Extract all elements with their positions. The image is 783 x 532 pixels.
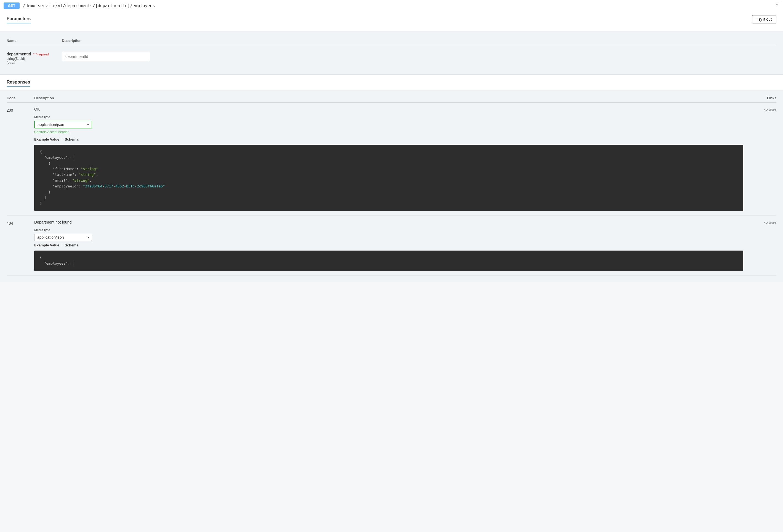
example-schema-tabs-404: Example Value | Schema	[34, 242, 743, 248]
response-desc-200: OK Media type application/json ▾ Control…	[34, 107, 743, 211]
parameters-body: Name Description departmentId * * requir…	[0, 31, 783, 75]
col-description-header: Description	[34, 96, 743, 100]
responses-body: Code Description Links 200 OK Media type…	[0, 91, 783, 282]
param-name-col: departmentId * * required string($uuid) …	[7, 52, 62, 65]
param-input-col	[62, 52, 776, 61]
schema-tab-404[interactable]: Schema	[65, 242, 79, 248]
responses-section-header: Responses	[0, 75, 783, 91]
response-row-404: 404 Department not found Media type appl…	[7, 215, 776, 276]
response-status-404: Department not found	[34, 220, 743, 224]
col-desc-header: Description	[62, 39, 776, 43]
col-code-header: Code	[7, 96, 34, 100]
media-type-select-200[interactable]: application/json ▾	[34, 121, 92, 128]
media-type-label-200: Media type	[34, 115, 743, 119]
method-badge: GET	[4, 2, 20, 9]
tab-separator-200: |	[62, 137, 62, 142]
required-label: * required	[36, 53, 49, 56]
collapse-icon[interactable]: ⌃	[775, 3, 779, 9]
department-id-input[interactable]	[62, 52, 150, 61]
media-type-label-404: Media type	[34, 228, 743, 232]
controls-accept-200: Controls Accept header.	[34, 130, 743, 134]
code-block-404: { "employees": [	[34, 251, 743, 271]
endpoint-header: GET /demo-service/v1/departments/{depart…	[0, 0, 783, 11]
col-name-header: Name	[7, 39, 62, 43]
endpoint-path: /demo-service/v1/departments/{department…	[23, 3, 772, 8]
response-row-200: 200 OK Media type application/json ▾ Con…	[7, 103, 776, 215]
example-schema-tabs-200: Example Value | Schema	[34, 137, 743, 142]
param-name-label: departmentId * * required	[7, 52, 62, 56]
param-location: (path)	[7, 61, 62, 65]
try-it-out-button[interactable]: Try it out	[752, 15, 776, 24]
schema-tab-200[interactable]: Schema	[65, 137, 79, 142]
response-links-200: No links	[743, 107, 776, 112]
response-status-200: OK	[34, 107, 743, 111]
media-type-arrow-200: ▾	[87, 123, 89, 127]
responses-title: Responses	[7, 80, 30, 87]
code-block-200: { "employees": [ { "firstName": "string"…	[34, 145, 743, 211]
response-desc-404: Department not found Media type applicat…	[34, 220, 743, 271]
col-links-header: Links	[743, 96, 776, 100]
responses-table-header: Code Description Links	[7, 94, 776, 103]
media-type-select-404[interactable]: application/json ▾	[34, 234, 92, 241]
param-type: string($uuid)	[7, 57, 62, 61]
example-value-tab-200[interactable]: Example Value	[34, 137, 59, 142]
param-required-asterisk: *	[33, 53, 34, 56]
params-table-header: Name Description	[7, 36, 776, 45]
parameters-section-header: Try it out Parameters	[0, 11, 783, 31]
parameters-title: Parameters	[7, 16, 31, 24]
media-type-value-404: application/json	[37, 235, 64, 239]
response-code-200: 200	[7, 107, 34, 112]
media-type-arrow-404: ▾	[88, 235, 89, 239]
media-type-value-200: application/json	[37, 122, 64, 127]
param-row: departmentId * * required string($uuid) …	[7, 48, 776, 68]
example-value-tab-404[interactable]: Example Value	[34, 242, 59, 248]
tab-separator-404: |	[62, 242, 62, 248]
response-links-404: No links	[743, 220, 776, 225]
response-code-404: 404	[7, 220, 34, 226]
param-name: departmentId	[7, 52, 31, 56]
